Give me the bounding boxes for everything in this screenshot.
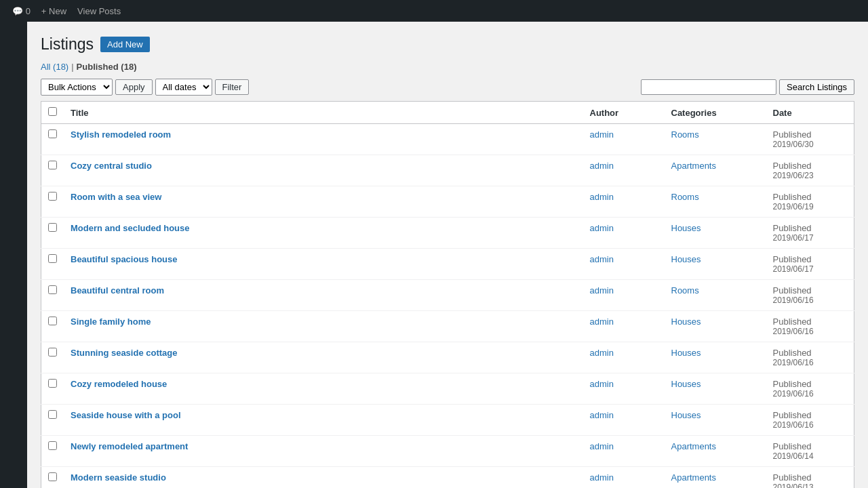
- row-category-link[interactable]: Rooms: [671, 285, 699, 296]
- row-title-link[interactable]: Newly remodeled apartment: [71, 441, 188, 451]
- row-checkbox-cell[interactable]: [41, 155, 64, 186]
- row-checkbox[interactable]: [48, 161, 57, 169]
- row-date-cell: Published 2019/06/14: [766, 436, 854, 467]
- row-checkbox[interactable]: [48, 379, 57, 388]
- row-checkbox[interactable]: [48, 254, 57, 263]
- row-author-link[interactable]: admin: [590, 317, 614, 327]
- row-author-link[interactable]: admin: [590, 192, 614, 202]
- row-category-link[interactable]: Houses: [671, 223, 701, 233]
- row-checkbox[interactable]: [48, 410, 57, 419]
- row-category-link[interactable]: Houses: [671, 254, 701, 264]
- row-checkbox-cell[interactable]: [41, 467, 64, 489]
- row-title-link[interactable]: Stylish remodeled room: [71, 129, 171, 140]
- row-status: Published: [773, 348, 848, 358]
- row-checkbox[interactable]: [48, 317, 57, 325]
- row-status: Published: [773, 317, 848, 327]
- row-date-cell: Published 2019/06/16: [766, 311, 854, 342]
- filter-nav: All (18) | Published (18): [41, 62, 854, 72]
- row-title-link[interactable]: Single family home: [71, 317, 151, 327]
- row-author-link[interactable]: admin: [590, 254, 614, 264]
- table-row: Room with a sea view admin Rooms Publish…: [41, 186, 854, 218]
- row-checkbox-cell[interactable]: [41, 373, 64, 405]
- row-title-link[interactable]: Beautiful central room: [71, 285, 164, 296]
- row-author-link[interactable]: admin: [590, 379, 614, 389]
- filter-button[interactable]: Filter: [215, 79, 250, 95]
- row-checkbox-cell[interactable]: [41, 405, 64, 436]
- row-checkbox-cell[interactable]: [41, 311, 64, 342]
- row-author-link[interactable]: admin: [590, 223, 614, 233]
- row-author-link[interactable]: admin: [590, 441, 614, 451]
- row-title-cell: Beautiful spacious house: [64, 249, 583, 280]
- row-author-link[interactable]: admin: [590, 161, 614, 171]
- row-title-cell: Cozy central studio: [64, 155, 583, 186]
- view-posts-link[interactable]: View Posts: [72, 6, 126, 16]
- row-checkbox[interactable]: [48, 129, 57, 138]
- filter-all-link[interactable]: All (18): [41, 62, 68, 72]
- row-checkbox-cell[interactable]: [41, 186, 64, 218]
- row-category-link[interactable]: Apartments: [671, 441, 716, 451]
- row-category-link[interactable]: Apartments: [671, 472, 716, 483]
- row-title-link[interactable]: Cozy central studio: [71, 161, 152, 171]
- page-title: Listings: [41, 35, 94, 54]
- row-checkbox-cell[interactable]: [41, 280, 64, 311]
- row-author-link[interactable]: admin: [590, 348, 614, 358]
- row-category-link[interactable]: Rooms: [671, 192, 699, 202]
- row-title-link[interactable]: Beautiful spacious house: [71, 254, 177, 264]
- row-category-cell: Houses: [665, 405, 766, 436]
- row-author-cell: admin: [583, 218, 665, 249]
- date-column-header: Date: [766, 102, 854, 124]
- row-date-cell: Published 2019/06/16: [766, 405, 854, 436]
- row-category-link[interactable]: Houses: [671, 317, 701, 327]
- row-status: Published: [773, 379, 848, 389]
- row-title-cell: Stunning seaside cottage: [64, 342, 583, 373]
- row-author-link[interactable]: admin: [590, 410, 614, 420]
- row-checkbox[interactable]: [48, 472, 57, 481]
- row-checkbox[interactable]: [48, 223, 57, 232]
- main-content: Listings Add New All (18) | Published (1…: [27, 22, 868, 488]
- row-category-link[interactable]: Houses: [671, 379, 701, 389]
- listings-table: Title Author Categories Date Stylish rem…: [41, 101, 854, 488]
- comments-icon-item[interactable]: 💬 0: [7, 6, 36, 16]
- select-all-checkbox[interactable]: [48, 107, 57, 116]
- select-all-checkbox-header[interactable]: [41, 102, 64, 124]
- add-new-button[interactable]: Add New: [100, 37, 150, 52]
- search-input[interactable]: [641, 79, 776, 95]
- row-author-link[interactable]: admin: [590, 472, 614, 483]
- search-area: Search Listings: [641, 79, 854, 95]
- row-author-link[interactable]: admin: [590, 129, 614, 140]
- row-title-link[interactable]: Stunning seaside cottage: [71, 348, 177, 358]
- new-button[interactable]: + New: [36, 6, 72, 16]
- row-checkbox[interactable]: [48, 348, 57, 357]
- apply-button[interactable]: Apply: [115, 79, 153, 95]
- row-date: 2019/06/14: [773, 451, 848, 461]
- row-author-link[interactable]: admin: [590, 285, 614, 296]
- row-checkbox[interactable]: [48, 285, 57, 294]
- row-title-link[interactable]: Modern and secluded house: [71, 223, 190, 233]
- row-category-link[interactable]: Houses: [671, 348, 701, 358]
- row-checkbox-cell[interactable]: [41, 342, 64, 373]
- filter-published-link[interactable]: Published (18): [77, 62, 137, 72]
- row-category-link[interactable]: Houses: [671, 410, 701, 420]
- row-category-link[interactable]: Apartments: [671, 161, 716, 171]
- row-category-cell: Houses: [665, 342, 766, 373]
- row-date: 2019/06/17: [773, 233, 848, 243]
- dates-select[interactable]: All dates: [155, 79, 212, 96]
- page-header: Listings Add New: [41, 35, 854, 54]
- row-checkbox-cell[interactable]: [41, 436, 64, 467]
- row-title-link[interactable]: Cozy remodeled house: [71, 379, 167, 389]
- row-category-link[interactable]: Rooms: [671, 129, 699, 140]
- row-date-cell: Published 2019/06/30: [766, 124, 854, 155]
- row-checkbox[interactable]: [48, 192, 57, 201]
- search-button[interactable]: Search Listings: [779, 79, 854, 95]
- row-title-link[interactable]: Modern seaside studio: [71, 472, 166, 483]
- row-checkbox[interactable]: [48, 441, 57, 450]
- row-date: 2019/06/23: [773, 171, 848, 180]
- row-title-link[interactable]: Seaside house with a pool: [71, 410, 181, 420]
- row-checkbox-cell[interactable]: [41, 218, 64, 249]
- row-checkbox-cell[interactable]: [41, 124, 64, 155]
- row-title-cell: Seaside house with a pool: [64, 405, 583, 436]
- row-title-link[interactable]: Room with a sea view: [71, 192, 161, 202]
- row-date-cell: Published 2019/06/13: [766, 467, 854, 489]
- bulk-actions-select[interactable]: Bulk Actions: [41, 79, 113, 96]
- row-checkbox-cell[interactable]: [41, 249, 64, 280]
